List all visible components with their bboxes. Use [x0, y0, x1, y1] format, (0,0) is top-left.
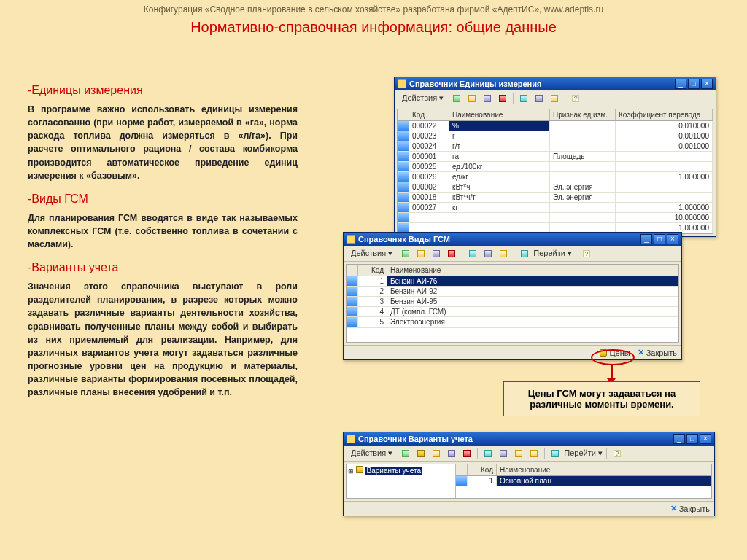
toolbar-new-icon[interactable] — [450, 92, 463, 105]
toolbar-misc2-icon[interactable] — [512, 447, 525, 460]
text-column: -Единицы измерения В программе важно исп… — [28, 77, 298, 409]
cash-icon — [600, 349, 607, 357]
toolbar-misc-icon[interactable] — [481, 247, 495, 260]
toolbar-goto-icon[interactable] — [518, 247, 531, 260]
prices-button[interactable]: Цены — [600, 348, 630, 357]
titlebar[interactable]: Справочник Варианты учета _ □ × — [344, 432, 714, 446]
col-sign[interactable]: Признак ед.изм. — [550, 109, 616, 120]
table-row[interactable]: 000022%0,010000 — [398, 121, 713, 131]
col-name[interactable]: Наименование — [387, 265, 678, 276]
toolbar-add-icon[interactable] — [430, 447, 443, 460]
section-body-variants: Значения этого справочника выступают в р… — [28, 280, 298, 399]
section-heading-gsm: -Виды ГСМ — [28, 192, 298, 206]
col-coef[interactable]: Коэффициент перевода — [616, 109, 713, 120]
toolbar-new-icon[interactable] — [399, 247, 412, 260]
table-row[interactable]: 000023г0,001000 — [398, 131, 713, 141]
toolbar-refresh-icon[interactable] — [466, 247, 479, 260]
maximize-button[interactable]: □ — [688, 79, 700, 89]
table-row[interactable]: 2Бензин АИ-92 — [347, 287, 678, 297]
toolbar-help-icon[interactable]: ? — [569, 92, 582, 105]
toolbar-addgrp-icon[interactable] — [414, 447, 427, 460]
toolbar-misc-icon[interactable] — [497, 447, 510, 460]
toolbar-edit-icon[interactable] — [430, 247, 443, 260]
table-row[interactable]: 1Бензин АИ-76 — [347, 276, 678, 287]
col-code[interactable]: Код — [358, 265, 387, 276]
goto-menu[interactable]: Перейти ▾ — [533, 249, 572, 258]
close-button[interactable]: × — [667, 234, 678, 244]
toolbar-edit-icon[interactable] — [481, 92, 494, 105]
table-row[interactable]: 1Основной план — [456, 476, 711, 486]
tree-panel[interactable]: ⊞ Варианты учета — [347, 464, 456, 498]
row-icon — [398, 172, 409, 182]
window-title: Справочник Варианты учета — [358, 435, 670, 443]
toolbar: Действия ▾ ? — [395, 90, 716, 106]
page-title: Нормативно-справочная информация: общие … — [0, 16, 747, 43]
titlebar[interactable]: Справочник Единицы измерения _ □ × — [395, 77, 716, 90]
row-icon — [398, 121, 409, 131]
row-icon — [398, 152, 409, 162]
toolbar-delete-icon[interactable] — [460, 447, 473, 460]
col-name[interactable]: Наименование — [449, 109, 550, 120]
table-row[interactable]: 10,000000 — [398, 213, 713, 223]
goto-menu[interactable]: Перейти ▾ — [564, 448, 603, 458]
titlebar[interactable]: Справочник Виды ГСМ _ □ × — [344, 233, 681, 246]
toolbar-help-icon[interactable]: ? — [580, 247, 593, 260]
table-row[interactable]: 4ДТ (компл. ГСМ) — [347, 307, 678, 317]
window-units: Справочник Единицы измерения _ □ × Дейст… — [394, 77, 716, 237]
table-row[interactable]: 5Электроэнергия — [347, 317, 678, 327]
toolbar-add-icon[interactable] — [414, 247, 427, 260]
toolbar-delete-icon[interactable] — [445, 247, 458, 260]
col-code[interactable]: Код — [468, 464, 497, 475]
toolbar-new-icon[interactable] — [399, 447, 412, 460]
row-icon — [398, 182, 409, 192]
toolbar-add-icon[interactable] — [465, 92, 479, 105]
table-row[interactable]: 3Бензин АИ-95 — [347, 297, 678, 307]
actions-menu[interactable]: Действия ▾ — [347, 448, 397, 458]
col-code[interactable]: Код — [409, 109, 449, 120]
minimize-button[interactable]: _ — [673, 434, 685, 444]
table-row[interactable]: 000025ед./100кг — [398, 162, 713, 172]
toolbar-edit-icon[interactable] — [445, 447, 458, 460]
toolbar-misc2-icon[interactable] — [497, 247, 510, 260]
tree-grid: ⊞ Варианты учета Код Наименование 1Основ… — [346, 464, 712, 499]
toolbar-refresh-icon[interactable] — [517, 92, 530, 105]
app-icon — [347, 435, 355, 443]
row-icon — [347, 307, 358, 317]
toolbar-hier-icon[interactable] — [481, 447, 495, 460]
table-row[interactable]: 000002кВт*чЭл. энергия — [398, 182, 713, 192]
grid: Код Наименование 1Бензин АИ-762Бензин АИ… — [346, 264, 679, 343]
app-icon — [347, 235, 355, 244]
toolbar-delete-icon[interactable] — [496, 92, 509, 105]
table-row[interactable]: 000024г/т0,001000 — [398, 141, 713, 152]
grid-header: Код Наименование — [347, 265, 678, 276]
toolbar-misc2-icon[interactable] — [548, 92, 561, 105]
row-icon — [347, 276, 358, 287]
table-row[interactable]: 000018кВт*ч/тЭл. энергия — [398, 192, 713, 203]
grid-header: Код Наименование Признак ед.изм. Коэффиц… — [398, 109, 713, 121]
table-row[interactable]: 000026ед/кг1,000000 — [398, 172, 713, 182]
minimize-button[interactable]: _ — [640, 234, 652, 244]
close-icon: ✕ — [638, 348, 644, 357]
toolbar-help-icon[interactable]: ? — [611, 447, 624, 460]
table-row[interactable]: 000001гаПлощадь — [398, 152, 713, 162]
grid-header: Код Наименование — [456, 464, 711, 476]
maximize-button[interactable]: □ — [654, 234, 665, 244]
row-icon — [456, 476, 468, 486]
toolbar-misc-icon[interactable] — [533, 92, 546, 105]
window-variants: Справочник Варианты учета _ □ × Действия… — [343, 432, 715, 516]
close-button[interactable]: × — [701, 79, 713, 89]
row-icon — [347, 287, 358, 297]
col-name[interactable]: Наименование — [497, 464, 711, 475]
minimize-button[interactable]: _ — [675, 79, 686, 89]
table-row[interactable]: 000027кг1,000000 — [398, 203, 713, 213]
close-link[interactable]: ✕Закрыть — [670, 504, 710, 513]
tree-root-item[interactable]: Варианты учета — [365, 467, 422, 475]
actions-menu[interactable]: Действия ▾ — [398, 93, 448, 103]
window-footer: ✕Закрыть — [344, 501, 714, 516]
toolbar-goto-icon[interactable] — [549, 447, 562, 460]
actions-menu[interactable]: Действия ▾ — [347, 249, 397, 258]
toolbar-misc3-icon[interactable] — [527, 447, 541, 460]
close-button[interactable]: × — [700, 434, 711, 444]
maximize-button[interactable]: □ — [686, 434, 698, 444]
close-link[interactable]: ✕Закрыть — [638, 348, 677, 357]
